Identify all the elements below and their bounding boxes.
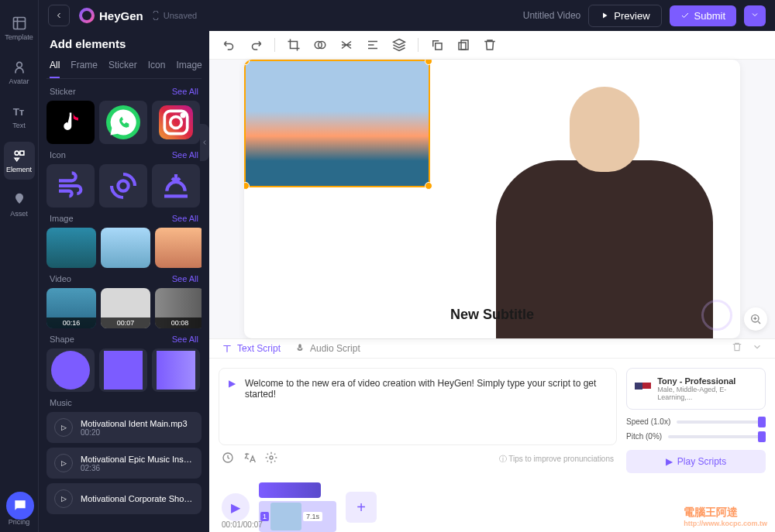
flag-icon bbox=[635, 383, 651, 395]
effects-button[interactable] bbox=[339, 37, 354, 53]
shape-gradient[interactable] bbox=[152, 348, 200, 392]
music-item-2[interactable]: ▷ Motivational Epic Music Inspirin02:36 bbox=[46, 448, 202, 479]
audio-script-tab[interactable]: Audio Script bbox=[294, 343, 360, 354]
copy-button[interactable] bbox=[429, 37, 445, 53]
play-icon[interactable]: ▷ bbox=[54, 454, 73, 472]
section-video: Video bbox=[50, 274, 71, 283]
video-canvas[interactable]: New Subtitle bbox=[244, 60, 740, 338]
rail-element[interactable]: Element bbox=[4, 142, 35, 180]
script-input[interactable]: ▶ Welcome to the new era of video creati… bbox=[219, 368, 617, 445]
tab-image[interactable]: Image bbox=[176, 60, 202, 78]
script-text[interactable]: Welcome to the new era of video creation… bbox=[245, 378, 607, 435]
pronunciation-tip[interactable]: ⓘ Tips to improve pronunciations bbox=[499, 454, 614, 465]
timeline-clip-video[interactable] bbox=[259, 482, 321, 498]
music-item-1[interactable]: ▷ Motivational Ident Main.mp300:20 bbox=[46, 412, 202, 443]
selected-image[interactable] bbox=[244, 60, 430, 187]
icon-sunset[interactable] bbox=[152, 164, 200, 208]
rail-text[interactable]: Tт Text bbox=[4, 98, 35, 136]
script-area: Text Script Audio Script ▶ Welcome to th… bbox=[209, 338, 775, 532]
voice-meta: Male, Middle-Aged, E-Learning,... bbox=[657, 386, 757, 401]
timeline-time: 00:01/00:07 bbox=[222, 520, 263, 529]
back-button[interactable] bbox=[48, 5, 70, 26]
see-all-image[interactable]: See All bbox=[172, 214, 198, 223]
sticker-tiktok[interactable] bbox=[46, 101, 95, 144]
preview-button[interactable]: Preview bbox=[588, 5, 661, 27]
resize-handle-bl[interactable] bbox=[244, 182, 250, 190]
zoom-button[interactable] bbox=[744, 307, 767, 331]
sidebar-title: Add elements bbox=[46, 37, 202, 50]
voice-selector[interactable]: Tony - Professional Male, Middle-Aged, E… bbox=[626, 368, 766, 410]
svg-point-7 bbox=[181, 114, 184, 117]
redo-button[interactable] bbox=[248, 37, 264, 53]
collapse-script-icon[interactable] bbox=[752, 342, 763, 355]
pitch-slider[interactable] bbox=[668, 435, 766, 438]
element-tabs: All Frame Sticker Icon Image bbox=[46, 60, 202, 79]
speed-slider[interactable] bbox=[677, 420, 766, 424]
rail-template[interactable]: Template bbox=[4, 9, 35, 47]
video-thumb-1[interactable]: 00:16 bbox=[46, 288, 96, 328]
subtitle-text[interactable]: New Subtitle bbox=[450, 307, 534, 323]
tab-all[interactable]: All bbox=[50, 60, 60, 78]
resize-handle-tl[interactable] bbox=[244, 60, 250, 65]
align-button[interactable] bbox=[365, 37, 381, 53]
tab-frame[interactable]: Frame bbox=[71, 60, 98, 78]
video-thumb-2[interactable]: 00:07 bbox=[101, 288, 150, 328]
voice-name: Tony - Professional bbox=[657, 376, 757, 386]
rail-avatar[interactable]: Avatar bbox=[4, 53, 35, 91]
play-icon[interactable]: ▷ bbox=[54, 418, 73, 437]
history-icon[interactable] bbox=[222, 451, 234, 467]
timeline-add[interactable]: + bbox=[346, 492, 377, 523]
timeline-play[interactable]: ▶ bbox=[222, 493, 250, 521]
section-sticker: Sticker bbox=[50, 87, 76, 96]
see-all-video[interactable]: See All bbox=[172, 274, 198, 283]
opacity-button[interactable] bbox=[312, 37, 328, 53]
resize-handle-br[interactable] bbox=[425, 182, 432, 190]
paste-button[interactable] bbox=[456, 37, 471, 53]
shape-square[interactable] bbox=[99, 348, 147, 392]
music-item-3[interactable]: ▷ Motivational Corporate Short... bbox=[46, 483, 202, 514]
resize-handle-tr[interactable] bbox=[425, 60, 432, 65]
section-image: Image bbox=[50, 214, 74, 223]
image-thumb-1[interactable] bbox=[46, 228, 96, 268]
video-thumb-3[interactable]: 00:08 bbox=[155, 288, 202, 328]
see-all-sticker[interactable]: See All bbox=[172, 87, 198, 96]
sticker-whatsapp[interactable] bbox=[99, 101, 147, 144]
timeline-clip-avatar[interactable]: 1 7.1s bbox=[259, 501, 336, 532]
delete-script-icon[interactable] bbox=[732, 342, 742, 355]
translate-icon[interactable] bbox=[243, 451, 256, 467]
play-icon[interactable]: ▷ bbox=[54, 489, 73, 508]
chat-support[interactable] bbox=[6, 492, 34, 520]
rail-asset[interactable]: Asset bbox=[4, 186, 35, 224]
icon-wind[interactable] bbox=[46, 164, 95, 208]
text-script-tab[interactable]: Text Script bbox=[222, 343, 281, 354]
canvas-toolbar bbox=[209, 31, 775, 60]
crop-button[interactable] bbox=[286, 37, 301, 53]
ai-icon[interactable] bbox=[265, 451, 277, 467]
image-thumb-3[interactable] bbox=[155, 228, 202, 268]
undo-button[interactable] bbox=[222, 37, 237, 53]
canvas-area[interactable]: New Subtitle bbox=[209, 60, 775, 338]
shape-circle[interactable] bbox=[46, 348, 95, 392]
sticker-instagram[interactable] bbox=[152, 101, 200, 144]
collapse-sidebar[interactable] bbox=[200, 124, 209, 161]
svg-rect-13 bbox=[459, 43, 466, 50]
pitch-label: Pitch (0%) bbox=[626, 432, 662, 441]
svg-point-8 bbox=[118, 180, 128, 190]
submit-dropdown[interactable] bbox=[744, 5, 766, 26]
tab-sticker[interactable]: Sticker bbox=[108, 60, 137, 78]
svg-point-1 bbox=[16, 62, 22, 67]
layers-button[interactable] bbox=[391, 37, 407, 53]
tab-icon[interactable]: Icon bbox=[148, 60, 166, 78]
svg-text:Tт: Tт bbox=[12, 106, 24, 118]
video-title[interactable]: Untitled Video bbox=[523, 10, 581, 21]
play-script-icon[interactable]: ▶ bbox=[229, 378, 236, 435]
see-all-shape[interactable]: See All bbox=[172, 335, 198, 344]
submit-button[interactable]: Submit bbox=[670, 5, 736, 26]
icon-hurricane[interactable] bbox=[99, 164, 147, 208]
see-all-icon[interactable]: See All bbox=[172, 150, 198, 160]
avatar-element[interactable] bbox=[492, 71, 717, 335]
watermark-icon bbox=[701, 300, 732, 331]
play-scripts-button[interactable]: ▶ Play Scripts bbox=[626, 450, 766, 473]
image-thumb-2[interactable] bbox=[101, 228, 150, 268]
delete-button[interactable] bbox=[482, 37, 498, 53]
